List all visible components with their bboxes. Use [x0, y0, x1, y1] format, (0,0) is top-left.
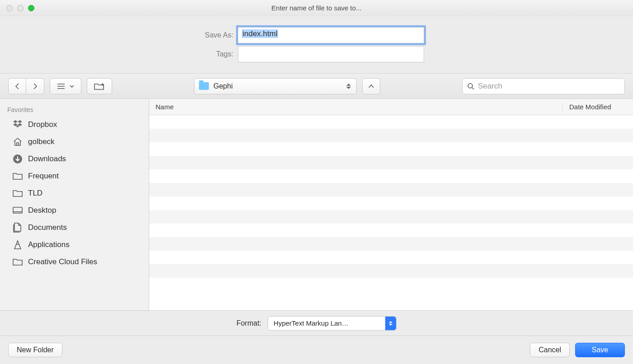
folder-icon [199, 82, 209, 90]
column-name[interactable]: Name [149, 103, 562, 111]
dropbox-icon [13, 120, 23, 130]
file-browser: Favorites Dropbox golbeck Downloads [0, 99, 633, 311]
list-item [149, 278, 633, 291]
sidebar-item-label: golbeck [28, 137, 55, 146]
sidebar-item-creative-cloud[interactable]: Creative Cloud Files [0, 253, 149, 271]
list-item [149, 196, 633, 210]
column-date-modified[interactable]: Date Modified [562, 103, 633, 111]
sidebar-item-home[interactable]: golbeck [0, 133, 149, 150]
button-label: Save [592, 346, 608, 354]
file-list: Name Date Modified [149, 99, 633, 310]
home-icon [13, 137, 23, 147]
stepper-icon [346, 81, 353, 92]
sidebar-item-label: Downloads [28, 154, 66, 163]
save-dialog: Enter name of file to save to... Save As… [0, 0, 633, 364]
location-folder-dropdown[interactable]: Gephi [194, 78, 357, 94]
list-item [149, 142, 633, 156]
chevron-left-icon [14, 83, 20, 90]
desktop-icon [13, 205, 23, 215]
sidebar-item-label: Creative Cloud Files [28, 257, 97, 266]
list-item [149, 237, 633, 251]
save-as-label: Save As: [0, 31, 233, 39]
folder-icon [13, 171, 23, 181]
sidebar-item-dropbox[interactable]: Dropbox [0, 116, 149, 133]
list-item [149, 169, 633, 183]
svg-rect-2 [13, 207, 22, 213]
sidebar-item-label: Desktop [28, 206, 56, 215]
column-headers: Name Date Modified [149, 99, 633, 115]
collapse-button[interactable] [362, 78, 380, 94]
search-icon [467, 83, 474, 90]
sidebar-item-documents[interactable]: Documents [0, 219, 149, 236]
documents-icon [13, 223, 23, 233]
folder-name: Gephi [213, 82, 233, 90]
list-item [149, 183, 633, 196]
sidebar-item-label: Dropbox [28, 120, 57, 129]
search-field[interactable] [462, 78, 625, 94]
forward-button[interactable] [26, 78, 44, 94]
list-item [149, 210, 633, 224]
back-button[interactable] [8, 78, 26, 94]
sidebar-item-label: Applications [28, 240, 70, 249]
format-bar: Format: HyperText Markup Lan… [0, 311, 633, 336]
folder-icon [13, 257, 23, 267]
svg-point-0 [468, 84, 472, 88]
button-label: New Folder [17, 346, 54, 354]
toolbar: Gephi [0, 74, 633, 99]
window-title: Enter name of file to save to... [0, 4, 633, 12]
sidebar-item-label: Documents [28, 223, 67, 232]
sidebar-item-frequent[interactable]: Frequent [0, 168, 149, 185]
chevron-down-icon [70, 84, 74, 89]
tags-input[interactable] [238, 46, 424, 62]
list-view-icon [57, 83, 67, 89]
list-item [149, 115, 633, 129]
list-item [149, 224, 633, 237]
sidebar-header: Favorites [0, 103, 149, 116]
save-fields: Save As: index.html Tags: [0, 16, 633, 74]
format-value: HyperText Markup Lan… [274, 319, 349, 327]
list-item [149, 156, 633, 169]
chevron-right-icon [33, 83, 38, 90]
cancel-button[interactable]: Cancel [530, 343, 570, 357]
sidebar-item-desktop[interactable]: Desktop [0, 202, 149, 219]
list-item [149, 251, 633, 264]
search-input[interactable] [478, 82, 620, 91]
list-item [149, 264, 633, 278]
new-folder-icon-button[interactable] [87, 78, 112, 94]
tags-label: Tags: [0, 50, 233, 58]
stepper-icon [385, 317, 396, 330]
chevron-up-icon [368, 84, 374, 89]
file-rows[interactable] [149, 115, 633, 310]
downloads-icon [13, 154, 23, 164]
sidebar-item-label: Frequent [28, 172, 59, 181]
new-folder-icon [94, 82, 105, 90]
sidebar-item-label: TLD [28, 189, 43, 198]
sidebar-item-downloads[interactable]: Downloads [0, 150, 149, 168]
titlebar: Enter name of file to save to... [0, 0, 633, 16]
action-bar: New Folder Cancel Save [0, 336, 633, 364]
applications-icon [13, 240, 23, 250]
folder-icon [13, 188, 23, 198]
filename-text: index.html [242, 29, 278, 38]
button-label: Cancel [539, 346, 561, 354]
list-item [149, 129, 633, 142]
format-dropdown[interactable]: HyperText Markup Lan… [268, 316, 397, 331]
sidebar: Favorites Dropbox golbeck Downloads [0, 99, 149, 310]
filename-input[interactable]: index.html [238, 27, 424, 43]
format-label: Format: [236, 319, 261, 327]
view-mode-button[interactable] [50, 78, 81, 94]
nav-buttons [8, 78, 44, 94]
new-folder-button[interactable]: New Folder [8, 343, 62, 357]
save-button[interactable]: Save [575, 343, 625, 357]
sidebar-item-tld[interactable]: TLD [0, 185, 149, 202]
sidebar-item-applications[interactable]: Applications [0, 236, 149, 253]
